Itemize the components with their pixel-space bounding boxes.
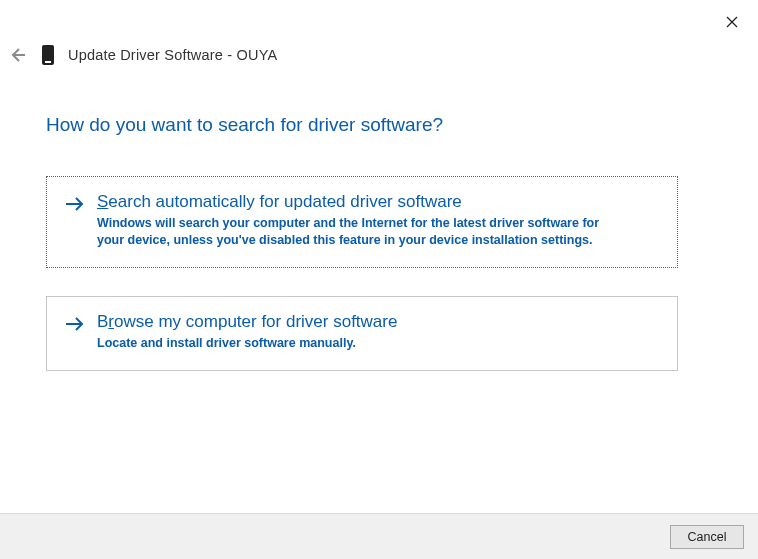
close-icon <box>726 16 738 28</box>
header: Update Driver Software - OUYA <box>6 44 738 66</box>
option-title-pre: B <box>97 312 108 331</box>
option-description: Locate and install driver software manua… <box>97 335 617 352</box>
option-description: Windows will search your computer and th… <box>97 215 617 249</box>
footer: Cancel <box>0 513 758 559</box>
content-area: How do you want to search for driver sof… <box>46 100 678 399</box>
option-title: Search automatically for updated driver … <box>97 191 659 213</box>
option-title-accesskey: S <box>97 192 108 211</box>
cancel-button-label: Cancel <box>688 530 727 544</box>
option-browse-computer[interactable]: Browse my computer for driver software L… <box>46 296 678 371</box>
back-arrow-icon <box>8 46 26 64</box>
back-button[interactable] <box>6 44 28 66</box>
arrow-right-icon <box>65 195 85 216</box>
window-title: Update Driver Software - OUYA <box>68 47 277 63</box>
cancel-button[interactable]: Cancel <box>670 525 744 549</box>
device-icon <box>42 45 54 65</box>
arrow-right-icon <box>65 315 85 336</box>
driver-update-wizard: Update Driver Software - OUYA How do you… <box>0 0 758 559</box>
option-title-post: owse my computer for driver software <box>114 312 397 331</box>
option-title: Browse my computer for driver software <box>97 311 659 333</box>
option-search-automatically[interactable]: Search automatically for updated driver … <box>46 176 678 268</box>
close-button[interactable] <box>720 10 744 34</box>
page-heading: How do you want to search for driver sof… <box>46 114 678 136</box>
option-title-post: earch automatically for updated driver s… <box>108 192 461 211</box>
